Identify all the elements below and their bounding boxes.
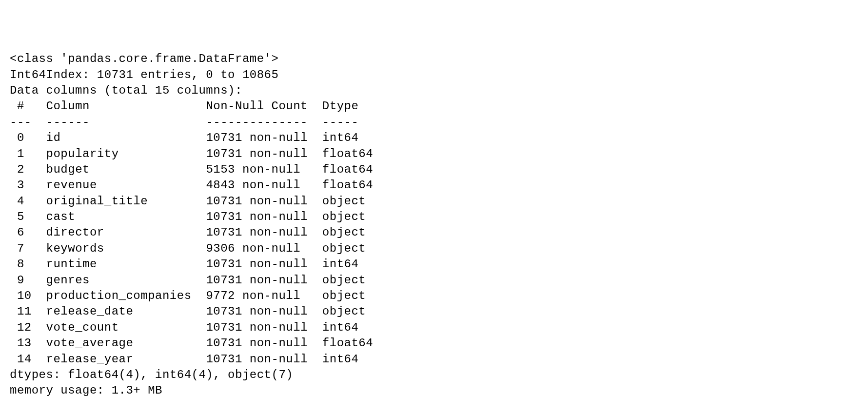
row-dtype: int64 bbox=[322, 321, 373, 334]
header-column: Column bbox=[46, 99, 192, 113]
row-nonnull: 10731 non-null bbox=[206, 195, 308, 208]
row-idx: 13 bbox=[10, 337, 39, 350]
divider-line: --- ------ -------------- ----- bbox=[10, 116, 373, 129]
row-nonnull: 10731 non-null bbox=[206, 321, 308, 334]
row-column: id bbox=[46, 131, 192, 144]
row-nonnull: 10731 non-null bbox=[206, 337, 308, 350]
row-dtype: object bbox=[322, 305, 373, 318]
row-dtype: object bbox=[322, 274, 373, 287]
row-column: production_companies bbox=[46, 289, 192, 302]
columns-total-line: Data columns (total 15 columns): bbox=[10, 84, 242, 97]
table-row: 14 release_year 10731 non-null int64 bbox=[10, 353, 373, 366]
row-column: genres bbox=[46, 274, 192, 287]
row-column: vote_average bbox=[46, 337, 192, 350]
row-column: release_date bbox=[46, 305, 192, 318]
row-nonnull: 10731 non-null bbox=[206, 257, 308, 271]
row-idx: 14 bbox=[10, 353, 39, 366]
row-idx: 6 bbox=[10, 226, 39, 239]
row-column: revenue bbox=[46, 178, 192, 192]
row-dtype: float64 bbox=[322, 163, 373, 176]
row-column: cast bbox=[46, 210, 192, 223]
table-row: 9 genres 10731 non-null object bbox=[10, 274, 373, 287]
table-row: 2 budget 5153 non-null float64 bbox=[10, 163, 373, 176]
table-row: 6 director 10731 non-null object bbox=[10, 226, 373, 239]
header-dtype: Dtype bbox=[322, 99, 373, 113]
row-column: runtime bbox=[46, 257, 192, 271]
row-nonnull: 10731 non-null bbox=[206, 131, 308, 144]
row-idx: 9 bbox=[10, 274, 39, 287]
row-nonnull: 9772 non-null bbox=[206, 289, 308, 302]
row-nonnull: 10731 non-null bbox=[206, 274, 308, 287]
header-idx: # bbox=[10, 99, 39, 113]
row-idx: 5 bbox=[10, 210, 39, 223]
row-idx: 10 bbox=[10, 289, 39, 302]
row-nonnull: 10731 non-null bbox=[206, 226, 308, 239]
row-nonnull: 10731 non-null bbox=[206, 147, 308, 160]
table-row: 3 revenue 4843 non-null float64 bbox=[10, 178, 373, 192]
row-column: director bbox=[46, 226, 192, 239]
row-dtype: object bbox=[322, 289, 373, 302]
row-idx: 7 bbox=[10, 242, 39, 255]
divider-nonnull: -------------- bbox=[206, 116, 308, 129]
row-column: budget bbox=[46, 163, 192, 176]
table-row: 13 vote_average 10731 non-null float64 bbox=[10, 337, 373, 350]
row-column: release_year bbox=[46, 353, 192, 366]
table-row: 12 vote_count 10731 non-null int64 bbox=[10, 321, 373, 334]
dtypes-summary-line: dtypes: float64(4), int64(4), object(7) bbox=[10, 368, 293, 381]
dataframe-info-output: <class 'pandas.core.frame.DataFrame'> In… bbox=[10, 51, 858, 396]
index-line: Int64Index: 10731 entries, 0 to 10865 bbox=[10, 68, 278, 81]
row-column: keywords bbox=[46, 242, 192, 255]
row-nonnull: 10731 non-null bbox=[206, 210, 308, 223]
row-idx: 0 bbox=[10, 131, 39, 144]
divider-column: ------ bbox=[46, 116, 192, 129]
row-nonnull: 10731 non-null bbox=[206, 353, 308, 366]
class-line: <class 'pandas.core.frame.DataFrame'> bbox=[10, 52, 278, 65]
memory-usage-line: memory usage: 1.3+ MB bbox=[10, 384, 162, 396]
row-nonnull: 10731 non-null bbox=[206, 305, 308, 318]
row-nonnull: 4843 non-null bbox=[206, 178, 308, 192]
row-dtype: object bbox=[322, 210, 373, 223]
row-dtype: int64 bbox=[322, 353, 373, 366]
table-row: 1 popularity 10731 non-null float64 bbox=[10, 147, 373, 160]
row-idx: 8 bbox=[10, 257, 39, 271]
table-row: 7 keywords 9306 non-null object bbox=[10, 242, 373, 255]
table-row: 10 production_companies 9772 non-null ob… bbox=[10, 289, 373, 302]
table-row: 8 runtime 10731 non-null int64 bbox=[10, 257, 373, 271]
row-nonnull: 5153 non-null bbox=[206, 163, 308, 176]
row-dtype: int64 bbox=[322, 257, 373, 271]
row-idx: 1 bbox=[10, 147, 39, 160]
row-dtype: float64 bbox=[322, 178, 373, 192]
row-nonnull: 9306 non-null bbox=[206, 242, 308, 255]
row-column: vote_count bbox=[46, 321, 192, 334]
table-row: 0 id 10731 non-null int64 bbox=[10, 131, 373, 144]
row-idx: 3 bbox=[10, 178, 39, 192]
row-idx: 12 bbox=[10, 321, 39, 334]
header-line: # Column Non-Null Count Dtype bbox=[10, 99, 373, 113]
row-column: popularity bbox=[46, 147, 192, 160]
divider-idx: --- bbox=[10, 116, 39, 129]
row-dtype: float64 bbox=[322, 337, 373, 350]
row-idx: 11 bbox=[10, 305, 39, 318]
row-dtype: object bbox=[322, 195, 373, 208]
divider-dtype: ----- bbox=[322, 116, 373, 129]
row-idx: 2 bbox=[10, 163, 39, 176]
table-row: 5 cast 10731 non-null object bbox=[10, 210, 373, 223]
row-column: original_title bbox=[46, 195, 192, 208]
row-dtype: float64 bbox=[322, 147, 373, 160]
table-row: 4 original_title 10731 non-null object bbox=[10, 195, 373, 208]
row-dtype: object bbox=[322, 226, 373, 239]
row-idx: 4 bbox=[10, 195, 39, 208]
table-row: 11 release_date 10731 non-null object bbox=[10, 305, 373, 318]
row-dtype: int64 bbox=[322, 131, 373, 144]
row-dtype: object bbox=[322, 242, 373, 255]
header-nonnull: Non-Null Count bbox=[206, 99, 308, 113]
